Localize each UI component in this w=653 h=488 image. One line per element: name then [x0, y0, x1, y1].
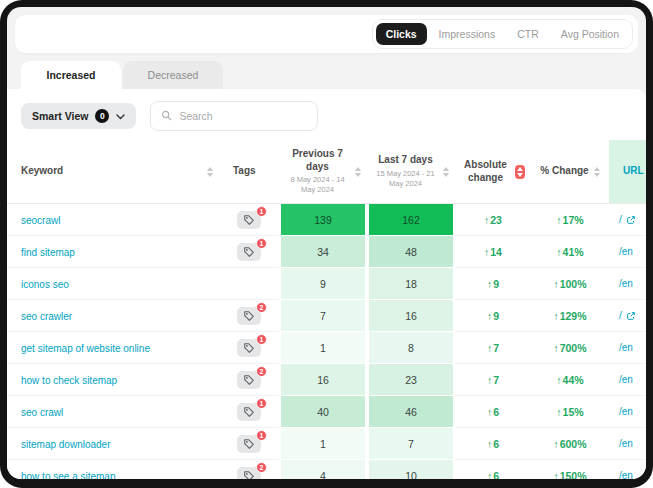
last-value-cell: 18	[367, 268, 455, 300]
table-body: seocrawl 1 139 162 ↑23 ↑17% / find sitem…	[7, 204, 646, 479]
header-keyword[interactable]: Keyword	[7, 140, 219, 204]
tag-icon[interactable]: 1	[237, 243, 261, 261]
header-last-7-days[interactable]: Last 7 days 15 May 2024 - 21 May 2024	[367, 140, 455, 204]
percent-change-value: 600%	[560, 438, 587, 450]
tag-icon[interactable]: 1	[237, 211, 261, 229]
percent-change-value: 700%	[560, 342, 587, 354]
sort-icon-absolute-active[interactable]	[515, 165, 525, 179]
prev-value-cell: 4	[279, 460, 367, 479]
keyword-link[interactable]: iconos seo	[21, 279, 69, 290]
last-value-cell: 48	[367, 236, 455, 268]
table-row: seocrawl 1 139 162 ↑23 ↑17% /	[7, 204, 646, 236]
table-row: sitemap downloader 1 1 7 ↑6 ↑600% /en	[7, 428, 646, 460]
up-arrow-icon: ↑	[484, 246, 489, 258]
smart-view-button[interactable]: Smart View 0	[21, 103, 136, 129]
last-value-cell: 46	[367, 396, 455, 428]
tag-icon[interactable]: 2	[237, 371, 261, 389]
percent-change-value: 100%	[560, 278, 587, 290]
prev-value-cell: 1	[279, 428, 367, 460]
up-arrow-icon: ↑	[487, 470, 492, 479]
tags-cell: 2	[219, 460, 279, 479]
sort-icon-percent[interactable]	[594, 167, 600, 177]
tag-icon[interactable]: 2	[237, 307, 261, 325]
absolute-change-value: 6	[493, 438, 499, 450]
up-arrow-icon: ↑	[553, 470, 558, 479]
up-arrow-icon: ↑	[487, 438, 492, 450]
tag-icon[interactable]: 1	[237, 403, 261, 421]
prev-value-cell: 40	[279, 396, 367, 428]
up-arrow-icon: ↑	[556, 374, 561, 386]
chevron-down-icon	[116, 110, 125, 122]
tab-increased[interactable]: Increased	[21, 61, 121, 89]
tags-cell: 1	[219, 396, 279, 428]
tag-count-badge: 2	[256, 366, 267, 377]
url-link[interactable]: /en	[619, 374, 633, 385]
metric-tab-avg-position[interactable]: Avg Position	[551, 23, 629, 45]
last-value-cell: 23	[367, 364, 455, 396]
sort-icon-last[interactable]	[443, 167, 449, 177]
percent-change-value: 44%	[563, 374, 584, 386]
absolute-change-value: 6	[493, 470, 499, 479]
url-link[interactable]: /en	[619, 246, 633, 257]
absolute-change-value: 7	[493, 374, 499, 386]
sort-icon-previous[interactable]	[355, 167, 361, 177]
tag-icon[interactable]: 2	[237, 467, 261, 479]
app-screen: Clicks Impressions CTR Avg Position Incr…	[7, 7, 646, 479]
last-value-cell: 16	[367, 300, 455, 332]
keyword-link[interactable]: how to see a sitemap	[21, 471, 116, 479]
percent-change-value: 15%	[563, 406, 584, 418]
absolute-change-value: 23	[490, 214, 502, 226]
metric-tab-ctr[interactable]: CTR	[507, 23, 549, 45]
keyword-link[interactable]: seocrawl	[21, 215, 60, 226]
keyword-link[interactable]: seo crawl	[21, 407, 63, 418]
up-arrow-icon: ↑	[556, 214, 561, 226]
absolute-change-value: 7	[493, 342, 499, 354]
percent-change-value: 150%	[560, 470, 587, 479]
header-absolute-change[interactable]: Absolute change	[455, 140, 531, 204]
tag-count-badge: 2	[256, 462, 267, 473]
tab-decreased[interactable]: Decreased	[123, 61, 223, 89]
last-value-cell: 7	[367, 428, 455, 460]
header-previous-7-days[interactable]: Previous 7 days 8 May 2024 - 14 May 2024	[279, 140, 367, 204]
url-link[interactable]: /en	[619, 342, 633, 353]
up-arrow-icon: ↑	[487, 374, 492, 386]
keyword-link[interactable]: get sitemap of website online	[21, 343, 150, 354]
keyword-link[interactable]: how to check sitemap	[21, 375, 117, 386]
external-link-icon[interactable]	[626, 215, 636, 225]
tag-count-badge: 1	[256, 206, 267, 217]
prev-value-cell: 34	[279, 236, 367, 268]
tag-icon[interactable]: 1	[237, 435, 261, 453]
url-link[interactable]: /en	[619, 470, 633, 479]
keyword-link[interactable]: seo crawler	[21, 311, 72, 322]
percent-change-value: 129%	[560, 310, 587, 322]
external-link-icon[interactable]	[626, 311, 636, 321]
up-arrow-icon: ↑	[487, 406, 492, 418]
url-link[interactable]: /en	[619, 438, 633, 449]
tag-icon[interactable]: 1	[237, 339, 261, 357]
header-percent-change[interactable]: % Change	[531, 140, 609, 204]
url-link[interactable]: /	[619, 214, 622, 225]
table-row: how to see a sitemap 2 4 10 ↑6 ↑150% /en	[7, 460, 646, 479]
device-frame: Clicks Impressions CTR Avg Position Incr…	[0, 0, 653, 488]
top-bar: Clicks Impressions CTR Avg Position	[15, 15, 638, 53]
tags-cell: 2	[219, 364, 279, 396]
url-link[interactable]: /en	[619, 406, 633, 417]
metric-tab-impressions[interactable]: Impressions	[429, 23, 506, 45]
keyword-link[interactable]: sitemap downloader	[21, 439, 111, 450]
absolute-change-value: 6	[493, 406, 499, 418]
table-row: iconos seo 9 18 ↑9 ↑100% /en	[7, 268, 646, 300]
keyword-link[interactable]: find sitemap	[21, 247, 75, 258]
up-arrow-icon: ↑	[484, 214, 489, 226]
up-arrow-icon: ↑	[487, 278, 492, 290]
metric-tab-clicks[interactable]: Clicks	[376, 23, 427, 45]
up-arrow-icon: ↑	[553, 310, 558, 322]
last-value-cell: 8	[367, 332, 455, 364]
last-date-range: 15 May 2024 - 21 May 2024	[373, 169, 438, 189]
url-link[interactable]: /en	[619, 278, 633, 289]
url-link[interactable]: /	[619, 310, 622, 321]
header-url[interactable]: URL	[609, 140, 646, 204]
search-input[interactable]	[179, 110, 307, 122]
table-header-row: Keyword Tags Previous 7 days	[7, 140, 646, 204]
sort-icon-keyword[interactable]	[207, 167, 213, 177]
tags-cell: 2	[219, 300, 279, 332]
